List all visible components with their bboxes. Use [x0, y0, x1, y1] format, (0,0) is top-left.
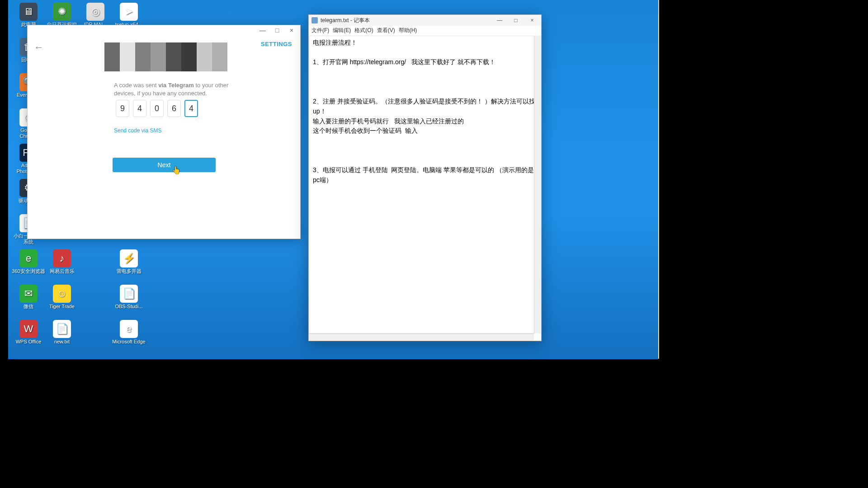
- code-digit-1[interactable]: 9: [116, 100, 129, 117]
- notepad-hscrollbar[interactable]: [309, 333, 534, 341]
- app-icon: ◎: [86, 3, 104, 21]
- app-icon: ➤: [120, 3, 138, 21]
- menu-view[interactable]: 查看(V): [377, 27, 395, 34]
- phone-number-blurred: [104, 42, 227, 71]
- menu-edit[interactable]: 编辑(E): [333, 27, 351, 34]
- notepad-text-area[interactable]: 电报注册流程！ 1、打开官网 https://telegram.org/ 我这里…: [309, 36, 541, 333]
- telegram-login-window: — □ × ← SETTINGS A code was sent via Tel…: [27, 25, 301, 239]
- icon-label: 微信: [24, 304, 33, 310]
- desktop-icon[interactable]: eMicrosoft Edge: [112, 319, 146, 354]
- icon-label: Tiger Trade: [49, 304, 75, 310]
- app-icon: ✺: [53, 3, 71, 21]
- desktop-icon[interactable]: ✉微信: [12, 284, 45, 319]
- app-icon: e: [120, 320, 138, 338]
- code-digit-4[interactable]: 6: [167, 100, 181, 117]
- notepad-window: telegarm.txt - 记事本 — □ × 文件(F) 编辑(E) 格式(…: [308, 14, 542, 341]
- app-icon: W: [19, 320, 38, 338]
- app-icon: 🖥: [19, 3, 38, 21]
- notepad-titlebar[interactable]: telegarm.txt - 记事本 — □ ×: [309, 15, 541, 26]
- desktop-icon[interactable]: ⚡雷电多开器: [112, 249, 146, 284]
- notepad-menubar: 文件(F) 编辑(E) 格式(O) 查看(V) 帮助(H): [309, 26, 541, 36]
- icon-label: 网易云音乐: [50, 268, 75, 274]
- telegram-titlebar: — □ ×: [28, 25, 300, 35]
- code-sent-note: A code was sent via Telegram to your oth…: [114, 81, 231, 97]
- app-icon: ⚡: [120, 249, 138, 267]
- desktop-icon[interactable]: 📄new.txt: [45, 319, 79, 354]
- app-icon: 📄: [53, 320, 71, 338]
- icon-label: OBS-Studi...: [115, 304, 142, 310]
- next-button[interactable]: Next: [113, 158, 216, 172]
- code-digit-5[interactable]: 4: [184, 100, 198, 117]
- tg-minimize-button[interactable]: —: [259, 27, 266, 34]
- menu-file[interactable]: 文件(F): [311, 27, 329, 34]
- np-minimize-button[interactable]: —: [492, 16, 507, 25]
- send-code-sms-link[interactable]: Send code via SMS: [114, 127, 161, 134]
- notepad-app-icon: [311, 17, 318, 23]
- icon-label: 雷电多开器: [117, 268, 142, 274]
- np-close-button[interactable]: ×: [525, 16, 539, 25]
- icon-label: Microsoft Edge: [112, 339, 145, 345]
- code-digit-3[interactable]: 0: [150, 100, 164, 117]
- desktop-icon[interactable]: e360安全浏览器: [12, 249, 45, 284]
- desktop-icon[interactable]: ♪网易云音乐: [45, 249, 79, 284]
- desktop-icon[interactable]: 📄OBS-Studi...: [112, 284, 146, 319]
- settings-link[interactable]: SETTINGS: [261, 41, 292, 47]
- icon-label: 360安全浏览器: [12, 268, 45, 274]
- app-icon: ♪: [53, 249, 71, 267]
- app-icon: ☺: [53, 285, 71, 303]
- np-maximize-button[interactable]: □: [509, 16, 523, 25]
- notepad-title-text: telegarm.txt - 记事本: [321, 17, 370, 24]
- menu-format[interactable]: 格式(O): [354, 27, 373, 34]
- tg-maximize-button[interactable]: □: [274, 27, 280, 34]
- app-icon: ✉: [19, 285, 38, 303]
- back-arrow-icon[interactable]: ←: [34, 42, 44, 53]
- app-icon: 📄: [120, 285, 138, 303]
- verification-code-input[interactable]: 9 4 0 6 4: [116, 100, 198, 117]
- menu-help[interactable]: 帮助(H): [399, 27, 417, 34]
- notepad-vscrollbar[interactable]: [534, 36, 541, 333]
- desktop-icon[interactable]: WWPS Office: [12, 319, 45, 354]
- icon-label: new.txt: [54, 339, 70, 345]
- icon-label: WPS Office: [16, 339, 42, 345]
- tg-close-button[interactable]: ×: [288, 27, 295, 34]
- code-digit-2[interactable]: 4: [133, 100, 146, 117]
- app-icon: e: [19, 249, 38, 267]
- desktop-icon[interactable]: ☺Tiger Trade: [45, 284, 79, 319]
